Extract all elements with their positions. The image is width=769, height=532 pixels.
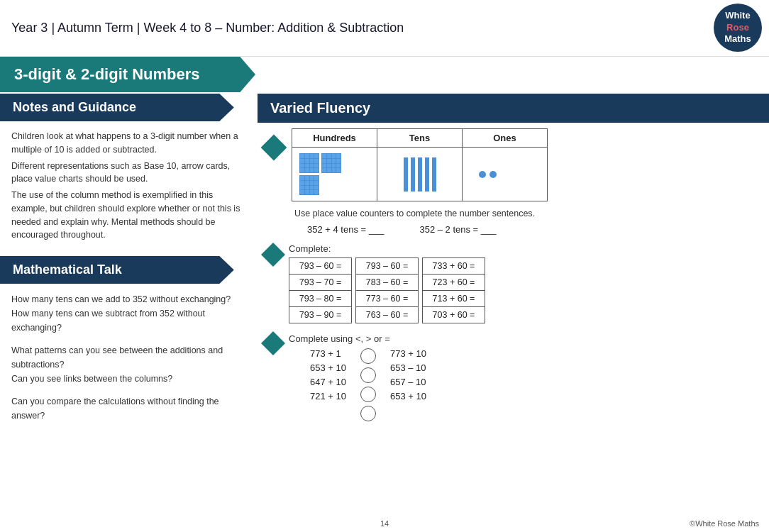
calc-cell: 773 – 60 =: [356, 291, 419, 307]
calc-table-2: 793 – 60 = 783 – 60 = 773 – 60 = 763 – 6…: [355, 257, 419, 323]
compare-label: Complete using <, > or =: [289, 333, 426, 344]
diamond-icon-2: [261, 243, 285, 267]
math-talk-header: Mathematical Talk: [0, 256, 241, 284]
pv-instruction: Use place value counters to complete the…: [294, 209, 762, 218]
calc-table-1: 793 – 60 = 793 – 70 = 793 – 80 = 793 – 9…: [289, 257, 352, 323]
compare-left-1: 773 + 1: [310, 348, 346, 359]
footer: 14 ©White Rose Maths: [0, 519, 769, 528]
page-title: Year 3 | Autumn Term | Week 4 to 8 – Num…: [11, 21, 404, 35]
number-sentence-2: 352 – 2 tens = ___: [419, 224, 496, 235]
logo: White Rose Maths: [714, 4, 762, 52]
mt-q3: Can you compare the calculations without…: [11, 394, 240, 423]
compare-circle-4: [360, 406, 376, 421]
compare-right-1: 773 + 10: [390, 348, 426, 359]
calc-cell: 793 – 70 =: [289, 275, 352, 291]
math-talk-body: How many tens can we add to 352 without …: [0, 284, 252, 431]
pv-header-hundreds: Hundreds: [292, 129, 377, 148]
compare-circles: [360, 348, 376, 421]
diamond-icon-1: [261, 135, 287, 161]
pv-header-ones: Ones: [463, 129, 548, 148]
section-banner: 3-digit & 2-digit Numbers: [14, 65, 200, 83]
calc-cell: 733 + 60 =: [423, 258, 485, 275]
logo-white: White: [725, 10, 750, 22]
calc-cell: 703 + 60 =: [423, 307, 485, 323]
left-column: Notes and Guidance Children look at what…: [0, 94, 252, 512]
calc-cell: 793 – 60 =: [289, 258, 352, 275]
complete-label: Complete:: [289, 243, 485, 254]
notes-body: Children look at what happens to a 3-dig…: [0, 121, 252, 250]
copyright: ©White Rose Maths: [389, 519, 759, 528]
notes-p3: The use of the column method is exemplif…: [11, 189, 240, 242]
footer-spacer: [10, 519, 380, 528]
page-number: 14: [380, 519, 389, 528]
notes-header: Notes and Guidance: [0, 94, 241, 121]
logo-maths: Maths: [724, 33, 751, 45]
diamond-icon-3: [261, 331, 285, 355]
page-header: Year 3 | Autumn Term | Week 4 to 8 – Num…: [0, 0, 769, 57]
compare-right-2: 653 – 10: [390, 362, 426, 373]
logo-rose: Rose: [726, 22, 749, 34]
calc-table-3: 733 + 60 = 723 + 60 = 713 + 60 = 703 + 6…: [422, 257, 485, 323]
compare-circle-3: [360, 387, 376, 402]
calc-cell: 783 – 60 =: [356, 275, 419, 291]
compare-left-3: 647 + 10: [310, 377, 346, 387]
compare-right-3: 657 – 10: [390, 377, 426, 387]
calc-cell: 713 + 60 =: [423, 291, 485, 307]
mt-q1: How many tens can we add to 352 without …: [11, 292, 240, 335]
calc-cell: 793 – 60 =: [356, 258, 419, 275]
calc-cell: 723 + 60 =: [423, 275, 485, 291]
pv-tens-cell: [377, 148, 463, 201]
compare-circle-2: [360, 367, 376, 383]
pv-table-section: Hundreds Tens Ones: [292, 128, 762, 201]
calc-cell: 793 – 80 =: [289, 291, 352, 307]
pv-ones-cell: [463, 148, 548, 201]
compare-right-col: 773 + 10 653 – 10 657 – 10 653 + 10: [390, 348, 426, 401]
compare-right-4: 653 + 10: [390, 391, 426, 401]
place-value-table: Hundreds Tens Ones: [292, 128, 548, 201]
right-column: Varied Fluency Hundreds Tens Ones: [252, 94, 769, 512]
notes-p1: Children look at what happens to a 3-dig…: [11, 130, 240, 157]
compare-circle-1: [360, 348, 376, 364]
notes-p2: Different representations such as Base 1…: [11, 160, 240, 187]
number-sentence-1: 352 + 4 tens = ___: [307, 224, 384, 235]
compare-left-2: 653 + 10: [310, 362, 346, 373]
pv-hundreds-cell: [292, 148, 377, 201]
mt-q2: What patterns can you see between the ad…: [11, 343, 240, 386]
calc-cell: 763 – 60 =: [356, 307, 419, 323]
calc-cell: 793 – 90 =: [289, 307, 352, 323]
varied-fluency-header: Varied Fluency: [258, 94, 769, 123]
pv-header-tens: Tens: [377, 129, 463, 148]
compare-left-col: 773 + 1 653 + 10 647 + 10 721 + 10: [310, 348, 346, 401]
compare-left-4: 721 + 10: [310, 391, 346, 401]
